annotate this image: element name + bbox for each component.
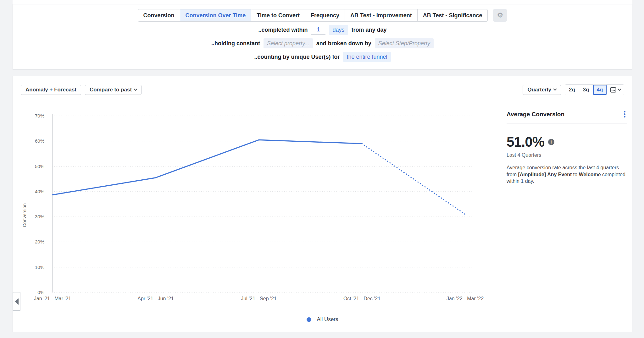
summary-description: Average conversion rate across the last … [507, 164, 627, 185]
gear-icon: ⚙ [497, 12, 503, 19]
chart-card: Anomaly + Forecast Compare to past Quart… [13, 76, 632, 332]
page: Conversion Conversion Over Time Time to … [0, 0, 644, 338]
broken-down-by-label: and broken down by [316, 40, 371, 47]
counting-by-label: ..counting by unique User(s) for [254, 54, 340, 60]
svg-text:20%: 20% [35, 239, 44, 244]
tab-conversion-over-time[interactable]: Conversion Over Time [180, 9, 252, 22]
completed-within-unit-dropdown[interactable]: days [329, 25, 348, 35]
completed-within-row: ..completed within days from any day [13, 25, 632, 35]
tab-ab-test-significance[interactable]: AB Test - Significance [417, 9, 488, 22]
average-conversion-value: 51.0% [507, 134, 544, 150]
interval-label: Quarterly [527, 87, 551, 93]
tab-frequency[interactable]: Frequency [305, 9, 345, 22]
interval-dropdown[interactable]: Quarterly [523, 85, 561, 95]
line-chart-svg: 0%10%20%30%40%50%60%70%Jan '21 - Mar '21… [13, 106, 503, 310]
chart-settings-button[interactable]: ⚙ [493, 9, 507, 22]
summary-divider [507, 123, 627, 123]
svg-text:Oct '21 - Dec '21: Oct '21 - Dec '21 [343, 296, 380, 301]
chevron-down-icon [618, 87, 621, 91]
info-icon[interactable]: i [548, 139, 554, 145]
view-tabs-row: Conversion Conversion Over Time Time to … [13, 9, 632, 22]
range-2q-button[interactable]: 2q [565, 85, 579, 95]
chart-toolbar: Anomaly + Forecast Compare to past Quart… [21, 84, 624, 95]
y-axis-title: Conversion [22, 203, 27, 227]
range-4q-button[interactable]: 4q [593, 85, 607, 95]
calendar-icon [610, 87, 616, 93]
entire-funnel-dropdown[interactable]: the entire funnel [343, 52, 391, 62]
range-3q-button[interactable]: 3q [579, 85, 593, 95]
tab-time-to-convert[interactable]: Time to Convert [251, 9, 305, 22]
top-strip [13, 0, 632, 4]
view-tab-group: Conversion Conversion Over Time Time to … [138, 9, 488, 22]
svg-text:Jan '21 - Mar '21: Jan '21 - Mar '21 [34, 296, 71, 301]
triangle-left-icon [15, 298, 19, 305]
kebab-menu-icon[interactable] [622, 110, 627, 119]
legend-series-label: All Users [317, 316, 338, 323]
holding-constant-row: ..holding constant Select property... an… [13, 38, 632, 49]
summary-value-row: 51.0% i [507, 134, 627, 150]
summary-title: Average Conversion [507, 111, 564, 118]
funnel-controls-card: Conversion Conversion Over Time Time to … [13, 4, 632, 70]
conversion-over-time-chart[interactable]: 0%10%20%30%40%50%60%70%Jan '21 - Mar '21… [13, 106, 503, 310]
tab-ab-test-improvement[interactable]: AB Test - Improvement [345, 9, 418, 22]
svg-text:Jan '22 - Mar '22: Jan '22 - Mar '22 [447, 296, 484, 301]
tab-conversion[interactable]: Conversion [138, 9, 180, 22]
summary-period: Last 4 Quarters [507, 152, 627, 158]
svg-text:0%: 0% [37, 290, 44, 295]
custom-date-range-button[interactable] [607, 85, 624, 95]
svg-text:Apr '21 - Jun '21: Apr '21 - Jun '21 [137, 296, 174, 301]
svg-text:30%: 30% [35, 214, 44, 219]
svg-text:70%: 70% [35, 113, 44, 118]
holding-constant-label: ..holding constant [211, 40, 260, 47]
svg-text:40%: 40% [35, 189, 44, 194]
collapse-panel-handle[interactable] [13, 292, 20, 311]
anomaly-forecast-button[interactable]: Anomaly + Forecast [21, 85, 81, 95]
summary-header: Average Conversion [507, 110, 627, 119]
chevron-down-icon [553, 87, 557, 91]
average-conversion-panel: Average Conversion 51.0% i Last 4 Quarte… [507, 110, 627, 185]
toolbar-right-group: Quarterly 2q 3q 4q [523, 84, 624, 95]
svg-text:Jul '21 - Sep '21: Jul '21 - Sep '21 [241, 296, 277, 301]
chart-legend[interactable]: All Users [13, 316, 632, 323]
chevron-down-icon [134, 87, 137, 91]
compare-to-past-label: Compare to past [90, 87, 132, 93]
completed-within-value-input[interactable] [311, 25, 325, 35]
legend-color-dot [307, 317, 311, 322]
toolbar-left-group: Anomaly + Forecast Compare to past [21, 85, 142, 95]
from-any-day-label: from any day [352, 27, 387, 33]
counting-by-row: ..counting by unique User(s) for the ent… [13, 52, 632, 62]
breakdown-step-property-select[interactable]: Select Step/Property [375, 38, 434, 48]
svg-text:60%: 60% [35, 138, 44, 144]
svg-text:10%: 10% [35, 264, 44, 270]
date-range-segmented-control: 2q 3q 4q [565, 84, 624, 95]
completed-within-label: ..completed within [258, 27, 308, 33]
svg-text:50%: 50% [35, 164, 44, 169]
compare-to-past-dropdown[interactable]: Compare to past [85, 85, 142, 95]
holding-constant-property-select[interactable]: Select property... [264, 38, 313, 48]
